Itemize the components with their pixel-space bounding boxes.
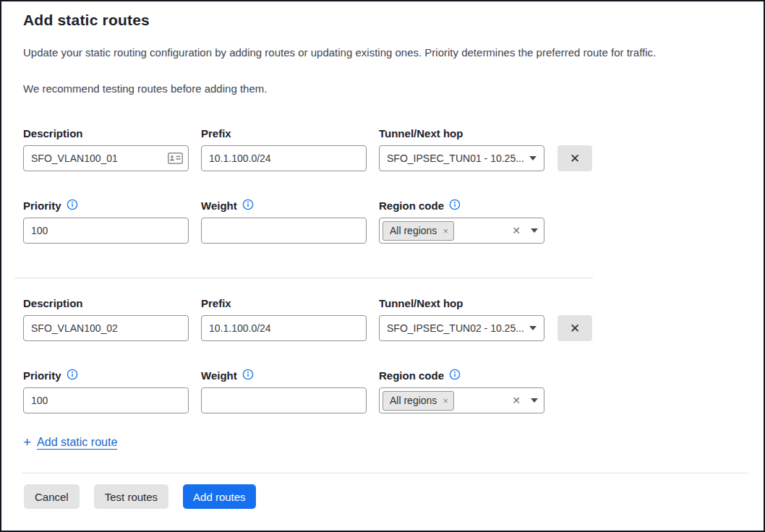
priority-input[interactable] xyxy=(23,387,189,413)
page-title: Add static routes xyxy=(23,12,742,29)
prefix-input[interactable] xyxy=(201,315,367,341)
dialog-recommendation-text: We recommend testing routes before addin… xyxy=(23,82,742,95)
section-divider xyxy=(14,278,593,278)
route-2-region-field: Region code All regions × xyxy=(379,367,544,413)
region-select[interactable]: All regions × ✕ xyxy=(379,387,544,413)
plus-icon: + xyxy=(23,435,31,449)
chevron-down-icon xyxy=(531,398,538,403)
description-label: Description xyxy=(23,125,189,141)
route-section-2: Description Prefix Tunnel/Next hop SFO_I… xyxy=(23,295,742,413)
tag-remove-icon[interactable]: × xyxy=(443,226,448,236)
region-tag: All regions × xyxy=(382,391,454,411)
prefix-input[interactable] xyxy=(201,145,367,171)
route-section-1: Description xyxy=(23,125,742,244)
region-code-label: Region code xyxy=(379,369,444,382)
route-1-region-field: Region code All regions × xyxy=(379,197,544,244)
weight-input[interactable] xyxy=(201,387,367,413)
priority-input[interactable] xyxy=(23,218,189,244)
region-code-label: Region code xyxy=(379,200,444,212)
tag-remove-icon[interactable]: × xyxy=(443,395,448,406)
tunnel-next-hop-label: Tunnel/Next hop xyxy=(379,295,544,311)
dialog-intro-text: Update your static routing configuration… xyxy=(23,46,742,59)
route-2-description-field: Description xyxy=(23,295,189,341)
priority-label: Priority xyxy=(23,200,61,212)
region-tag: All regions × xyxy=(382,221,454,241)
route-1-main-row: Description xyxy=(23,125,742,171)
remove-route-button[interactable]: ✕ xyxy=(557,315,592,341)
chevron-down-icon xyxy=(531,228,538,233)
footer-actions: Cancel Test routes Add routes xyxy=(1,484,764,509)
test-routes-button[interactable]: Test routes xyxy=(94,484,168,509)
weight-input[interactable] xyxy=(201,218,367,244)
footer-divider xyxy=(22,473,748,473)
route-1-secondary-row: Priority Weight xyxy=(23,197,742,244)
tunnel-select[interactable]: SFO_IPSEC_TUN01 - 10.25... xyxy=(379,145,544,171)
description-input[interactable] xyxy=(23,315,189,341)
prefix-label: Prefix xyxy=(201,125,367,141)
route-2-prefix-field: Prefix xyxy=(201,295,367,341)
description-label: Description xyxy=(23,295,189,311)
route-2-secondary-row: Priority Weight xyxy=(23,367,742,413)
info-icon[interactable] xyxy=(67,369,78,382)
close-icon: ✕ xyxy=(570,152,580,166)
route-2-priority-field: Priority xyxy=(23,367,189,413)
add-routes-button[interactable]: Add routes xyxy=(183,484,256,509)
tunnel-select[interactable]: SFO_IPSEC_TUN02 - 10.25... xyxy=(379,315,544,341)
contact-card-icon xyxy=(168,153,183,164)
info-icon[interactable] xyxy=(449,199,461,213)
add-static-route-link[interactable]: + Add static route xyxy=(23,435,117,449)
tunnel-select-value: SFO_IPSEC_TUN02 - 10.25... xyxy=(387,322,529,334)
add-static-route-label: Add static route xyxy=(37,436,117,449)
route-1-priority-field: Priority xyxy=(23,197,189,244)
weight-label: Weight xyxy=(201,369,237,382)
clear-selection-icon[interactable]: ✕ xyxy=(512,395,521,406)
info-icon[interactable] xyxy=(242,369,254,382)
add-static-routes-dialog: Add static routes Update your static rou… xyxy=(0,0,765,532)
region-tag-label: All regions xyxy=(390,395,437,406)
tunnel-next-hop-label: Tunnel/Next hop xyxy=(379,125,544,141)
chevron-down-icon xyxy=(529,156,537,160)
description-input[interactable] xyxy=(23,145,189,171)
remove-route-button[interactable]: ✕ xyxy=(557,145,592,171)
close-icon: ✕ xyxy=(570,322,580,335)
priority-label: Priority xyxy=(23,369,61,382)
region-select[interactable]: All regions × ✕ xyxy=(379,218,544,244)
route-1-description-field: Description xyxy=(23,125,189,171)
prefix-label: Prefix xyxy=(201,295,367,311)
route-1-tunnel-field: Tunnel/Next hop SFO_IPSEC_TUN01 - 10.25.… xyxy=(379,125,544,171)
tunnel-select-value: SFO_IPSEC_TUN01 - 10.25... xyxy=(387,153,529,164)
route-2-tunnel-field: Tunnel/Next hop SFO_IPSEC_TUN02 - 10.25.… xyxy=(379,295,544,341)
info-icon[interactable] xyxy=(449,369,461,382)
dialog-content: Add static routes Update your static rou… xyxy=(1,12,764,450)
cancel-button[interactable]: Cancel xyxy=(24,484,80,509)
route-1-weight-field: Weight xyxy=(201,197,367,244)
region-tag-label: All regions xyxy=(390,225,437,236)
info-icon[interactable] xyxy=(67,199,78,213)
info-icon[interactable] xyxy=(242,199,254,213)
clear-selection-icon[interactable]: ✕ xyxy=(512,225,521,236)
route-2-main-row: Description Prefix Tunnel/Next hop SFO_I… xyxy=(23,295,742,341)
chevron-down-icon xyxy=(529,326,537,330)
weight-label: Weight xyxy=(201,200,237,212)
route-1-prefix-field: Prefix xyxy=(201,125,367,171)
route-2-weight-field: Weight xyxy=(201,367,367,413)
